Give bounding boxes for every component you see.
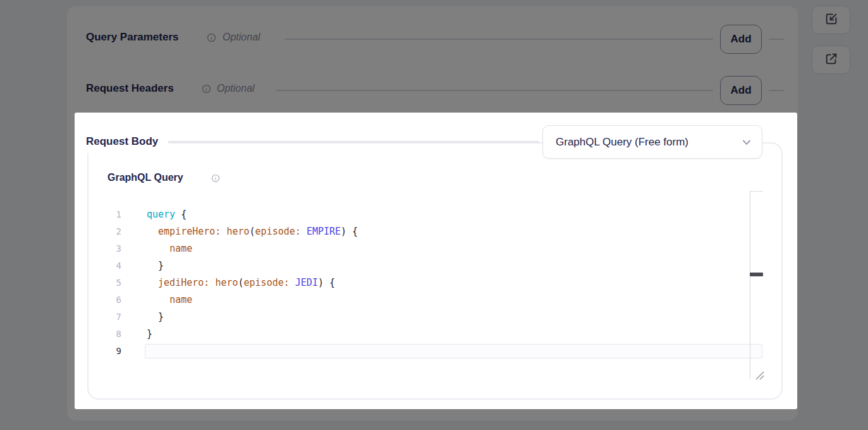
graphql-query-editor[interactable]: query { empireHero: hero(episode: EMPIRE…	[147, 206, 358, 360]
add-query-parameter-button[interactable]: Add	[720, 25, 762, 54]
info-icon[interactable]	[202, 84, 211, 94]
collapse-editor-button[interactable]	[812, 6, 850, 34]
info-icon[interactable]	[211, 174, 220, 183]
open-external-button[interactable]	[812, 46, 850, 74]
divider	[276, 90, 713, 91]
divider	[284, 39, 713, 40]
textarea-resize-grip-icon[interactable]	[754, 369, 764, 380]
editor-scrollbar-track	[750, 191, 750, 379]
query-parameters-label: Query Parameters	[86, 31, 178, 44]
body-type-select[interactable]: GraphQL Query (Free form)	[542, 125, 762, 159]
collapse-editor-icon	[824, 12, 838, 28]
request-body-label: Request Body	[82, 130, 168, 153]
editor-gutter: 123456789	[96, 206, 121, 360]
add-request-header-button[interactable]: Add	[720, 76, 762, 105]
open-external-icon	[824, 52, 838, 68]
graphql-query-label: GraphQL Query	[107, 172, 183, 183]
request-headers-label: Request Headers	[86, 82, 174, 95]
editor-scrollbar-thumb[interactable]	[750, 273, 763, 276]
optional-badge: Optional	[217, 83, 255, 94]
divider	[769, 39, 784, 40]
optional-badge: Optional	[223, 32, 260, 43]
divider	[769, 90, 784, 91]
body-type-selected-value: GraphQL Query (Free form)	[556, 136, 688, 149]
divider	[750, 191, 763, 192]
divider	[168, 141, 539, 142]
api-request-form: Query Parameters Optional Add Request He…	[0, 0, 868, 430]
info-icon[interactable]	[207, 33, 216, 42]
chevron-down-icon	[740, 136, 753, 149]
